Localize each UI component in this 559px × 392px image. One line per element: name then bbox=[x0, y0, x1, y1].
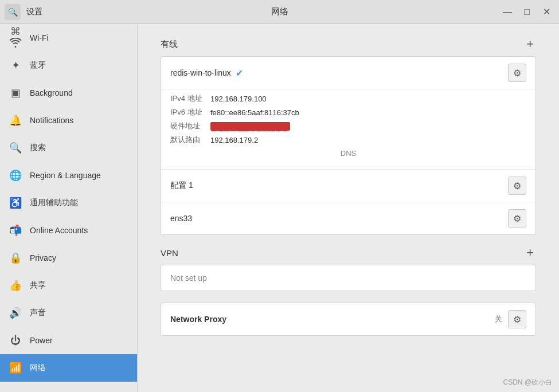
sidebar-label-wifi: Wi-Fi bbox=[30, 33, 49, 42]
bell-icon: 🔔 bbox=[9, 114, 22, 127]
gateway-value: 192.168.179.2 bbox=[210, 136, 258, 144]
power-icon: ⏻ bbox=[9, 335, 22, 347]
search-icon: 🔍 bbox=[8, 7, 18, 17]
ipv6-value: fe80::ee86:5aaf:8116:37cb bbox=[210, 108, 299, 117]
wired-section: 有线 + redis-win-to-linux ✔ ⚙ bbox=[161, 38, 536, 235]
wired-section-title: 有线 bbox=[161, 39, 178, 50]
main-content: 有线 + redis-win-to-linux ✔ ⚙ bbox=[138, 24, 559, 392]
sidebar-label-share: 共享 bbox=[30, 280, 46, 291]
ipv4-value: 192.168.179.100 bbox=[210, 95, 267, 103]
sidebar-label-power: Power bbox=[30, 336, 53, 345]
vpn-section-title: VPN bbox=[161, 248, 178, 258]
vpn-add-button[interactable]: + bbox=[524, 246, 536, 259]
share-icon: 👍 bbox=[9, 279, 22, 292]
ens33-gear-button[interactable]: ⚙ bbox=[508, 209, 526, 228]
main-window: 🔍 设置 网络 — □ ✕ ⌘ Wi-Fi ✦ bbox=[0, 0, 559, 392]
sidebar-item-online-accounts[interactable]: 📬 Online Accounts bbox=[0, 217, 137, 244]
connection-checkmark: ✔ bbox=[236, 68, 243, 79]
ipv6-row: IPv6 地址 fe80::ee86:5aaf:8116:37cb bbox=[170, 105, 526, 119]
wired-section-header: 有线 + bbox=[161, 38, 536, 50]
sidebar-item-wifi[interactable]: ⌘ Wi-Fi bbox=[0, 24, 137, 52]
sidebar-item-search[interactable]: 🔍 搜索 bbox=[0, 134, 137, 162]
page-title: 网络 bbox=[271, 6, 288, 17]
hardware-label: 硬件地址 bbox=[170, 121, 210, 131]
titlebar-left: 🔍 设置 bbox=[0, 4, 138, 20]
proxy-row: Network Proxy 关 ⚙ bbox=[161, 303, 536, 336]
sidebar-label-notifications: Notifications bbox=[30, 116, 73, 125]
sidebar-item-network[interactable]: 📶 网络 bbox=[0, 354, 137, 382]
minimize-button[interactable]: — bbox=[499, 4, 515, 20]
sidebar-label-sound: 声音 bbox=[30, 308, 46, 318]
gateway-label: 默认路由 bbox=[170, 135, 210, 145]
sidebar-item-power[interactable]: ⏻ Power bbox=[0, 327, 137, 354]
sidebar-item-sound[interactable]: 🔊 声音 bbox=[0, 299, 137, 327]
sound-icon: 🔊 bbox=[9, 307, 22, 319]
titlebar: 🔍 设置 网络 — □ ✕ bbox=[0, 0, 559, 24]
vpn-empty-label: Not set up bbox=[161, 265, 536, 291]
wired-add-button[interactable]: + bbox=[524, 38, 536, 50]
sidebar-label-search: 搜索 bbox=[30, 143, 46, 153]
content-area: ⌘ Wi-Fi ✦ 蓝牙 ▣ Background 🔔 Notifica bbox=[0, 24, 559, 392]
sidebar-label-background: Background bbox=[30, 88, 73, 97]
sidebar-item-bluetooth[interactable]: ✦ 蓝牙 bbox=[0, 52, 137, 79]
config1-row: 配置 1 ⚙ bbox=[161, 169, 535, 202]
sidebar-item-share[interactable]: 👍 共享 bbox=[0, 272, 137, 299]
background-icon: ▣ bbox=[9, 87, 22, 99]
sidebar-label-online-accounts: Online Accounts bbox=[30, 226, 88, 235]
vpn-section-header: VPN + bbox=[161, 246, 536, 259]
gateway-row: 默认路由 192.168.179.2 bbox=[170, 133, 526, 147]
dns-label: DNS bbox=[170, 147, 526, 162]
ipv4-row: IPv4 地址 192.168.179.100 bbox=[170, 92, 526, 105]
search-nav-icon: 🔍 bbox=[9, 142, 22, 154]
ipv6-label: IPv6 地址 bbox=[170, 107, 210, 117]
hardware-value: ████████████ bbox=[210, 122, 290, 131]
region-icon: 🌐 bbox=[9, 169, 22, 182]
close-button[interactable]: ✕ bbox=[538, 4, 554, 20]
config1-label: 配置 1 bbox=[170, 181, 193, 191]
network-details: IPv4 地址 192.168.179.100 IPv6 地址 fe80::ee… bbox=[161, 89, 535, 169]
sidebar-label-region: Region & Language bbox=[30, 171, 101, 180]
search-button[interactable]: 🔍 bbox=[5, 4, 21, 20]
config1-gear-button[interactable]: ⚙ bbox=[508, 177, 526, 195]
sidebar-item-notifications[interactable]: 🔔 Notifications bbox=[0, 107, 137, 134]
privacy-icon: 🔒 bbox=[9, 252, 22, 264]
proxy-section: Network Proxy 关 ⚙ bbox=[161, 303, 536, 336]
wifi-icon: ⌘ bbox=[9, 25, 22, 51]
proxy-status: 关 bbox=[495, 314, 502, 324]
sidebar-item-privacy[interactable]: 🔒 Privacy bbox=[0, 244, 137, 272]
sidebar-label-bluetooth: 蓝牙 bbox=[30, 60, 46, 70]
sidebar-label-accessibility: 通用辅助功能 bbox=[30, 198, 78, 208]
app-title: 设置 bbox=[26, 7, 42, 17]
watermark: CSDN @砍小白 bbox=[503, 378, 552, 387]
proxy-gear-button[interactable]: ⚙ bbox=[508, 310, 526, 328]
proxy-label: Network Proxy bbox=[170, 315, 226, 324]
network-icon: 📶 bbox=[9, 362, 22, 374]
connection-gear-button[interactable]: ⚙ bbox=[508, 64, 526, 82]
ens33-label: ens33 bbox=[170, 214, 192, 223]
online-accounts-icon: 📬 bbox=[9, 224, 22, 237]
wired-card: redis-win-to-linux ✔ ⚙ IPv4 地址 192.168.1… bbox=[161, 56, 536, 235]
vpn-section: VPN + Not set up bbox=[161, 246, 536, 291]
window-controls: — □ ✕ bbox=[499, 4, 554, 20]
sidebar-label-privacy: Privacy bbox=[30, 253, 56, 262]
sidebar-label-network: 网络 bbox=[30, 363, 46, 373]
connection-name-label: redis-win-to-linux ✔ bbox=[170, 68, 243, 79]
ens33-row: ens33 ⚙ bbox=[161, 202, 535, 234]
hardware-row: 硬件地址 ████████████ bbox=[170, 119, 526, 133]
wired-connection-row: redis-win-to-linux ✔ ⚙ bbox=[161, 57, 535, 89]
sidebar: ⌘ Wi-Fi ✦ 蓝牙 ▣ Background 🔔 Notifica bbox=[0, 24, 138, 392]
bluetooth-icon: ✦ bbox=[9, 59, 22, 72]
sidebar-item-accessibility[interactable]: ♿ 通用辅助功能 bbox=[0, 189, 137, 217]
sidebar-item-background[interactable]: ▣ Background bbox=[0, 79, 137, 107]
proxy-right: 关 ⚙ bbox=[495, 310, 526, 328]
maximize-button[interactable]: □ bbox=[519, 4, 535, 20]
ipv4-label: IPv4 地址 bbox=[170, 93, 210, 104]
accessibility-icon: ♿ bbox=[9, 197, 22, 209]
sidebar-item-region[interactable]: 🌐 Region & Language bbox=[0, 162, 137, 189]
